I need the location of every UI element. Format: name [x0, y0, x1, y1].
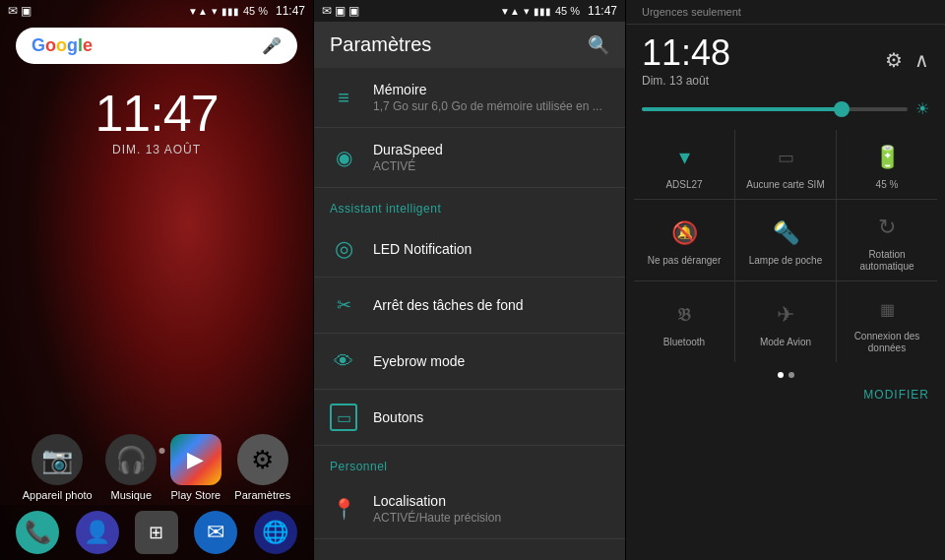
- mic-icon[interactable]: 🎤: [262, 36, 282, 55]
- qs-tile-wifi[interactable]: ▾ ADSL27: [634, 130, 734, 199]
- messages-nav[interactable]: ✉: [194, 511, 237, 554]
- app-dock: 📷 Appareil photo 🎧 Musique ▶ Play Store …: [0, 434, 313, 501]
- battery-icon-s: ▮▮▮: [534, 6, 551, 17]
- background-icon: ✂: [330, 291, 357, 319]
- chevron-up-icon[interactable]: ∧: [914, 48, 929, 72]
- duraspeed-title: DuraSpeed: [373, 142, 609, 157]
- led-text: LED Notification: [373, 241, 609, 257]
- eyebrow-text: Eyebrow mode: [373, 353, 609, 369]
- camera-app[interactable]: 📷 Appareil photo: [23, 434, 93, 501]
- apps-nav[interactable]: ⊞: [135, 511, 178, 554]
- brightness-track[interactable]: [642, 107, 908, 111]
- battery-qs-label: 45 %: [876, 179, 899, 191]
- brightness-fill: [642, 107, 842, 111]
- music-app[interactable]: 🎧 Musique: [105, 434, 157, 501]
- qs-tile-battery[interactable]: 🔋 45 %: [837, 130, 937, 199]
- settings-label: Paramètres: [234, 489, 290, 501]
- phone-nav[interactable]: 📞: [16, 511, 59, 554]
- led-title: LED Notification: [373, 241, 609, 257]
- modifier-button[interactable]: MODIFIER: [863, 388, 929, 402]
- battery-icon-home: ▮▮▮: [221, 6, 239, 17]
- home-screen: ✉ ▣ ▼▲ ▾ ▮▮▮ 45 % 11:47 Google 🎤 11:47 D…: [0, 0, 313, 560]
- signal-icon-s: ▼▲: [500, 6, 520, 17]
- bluetooth-qs-label: Bluetooth: [663, 337, 705, 348]
- home-status-left-icons: ✉ ▣: [8, 4, 32, 18]
- qs-tile-bluetooth[interactable]: 𝔅 Bluetooth: [634, 281, 734, 362]
- buttons-icon: ▭: [330, 404, 357, 431]
- settings-item-buttons[interactable]: ▭ Boutons: [314, 390, 625, 446]
- google-search-bar[interactable]: Google 🎤: [16, 28, 297, 64]
- section-assistant: Assistant intelligent: [314, 188, 625, 221]
- playstore-app[interactable]: ▶ Play Store: [170, 434, 221, 501]
- memory-icon: ≡: [330, 84, 357, 111]
- clock-time: 11:47: [0, 84, 313, 143]
- brightness-row: ☀: [626, 95, 945, 126]
- qs-grid: ▾ ADSL27 ▭ Aucune carte SIM 🔋 45 % 🔕 Ne …: [634, 130, 937, 362]
- wifi-qs-label: ADSL27: [665, 179, 702, 191]
- email-icon-s: ✉: [322, 4, 332, 18]
- battery-pct-s: 45 %: [555, 5, 580, 17]
- sim-qs-label: Aucune carte SIM: [746, 179, 824, 191]
- wifi-qs-icon: ▾: [668, 142, 700, 173]
- brightness-sun-icon: ☀: [915, 99, 929, 118]
- settings-screen: ✉ ▣ ▣ ▼▲ ▾ ▮▮▮ 45 % 11:47 Paramètres 🔍 ≡…: [313, 0, 626, 560]
- camera-label: Appareil photo: [23, 489, 93, 501]
- settings-header: Paramètres 🔍: [314, 22, 625, 68]
- settings-item-led[interactable]: ◎ LED Notification: [314, 221, 625, 278]
- airplane-qs-icon: ✈: [770, 299, 801, 331]
- music-label: Musique: [110, 489, 152, 501]
- email-icon: ✉: [8, 4, 18, 18]
- wifi-icon-s: ▾: [524, 5, 530, 18]
- battery-pct-home: 45 %: [243, 5, 268, 17]
- quick-time: 11:48: [642, 32, 730, 74]
- dnd-qs-icon: 🔕: [668, 218, 700, 249]
- torch-qs-label: Lampe de poche: [749, 255, 823, 267]
- quick-time-block: 11:48 Dim. 13 août: [642, 32, 730, 88]
- clock-date: DIM. 13 AOÛT: [0, 143, 313, 156]
- urgences-bar: Urgences seulement: [626, 0, 945, 25]
- settings-list: ≡ Mémoire 1,7 Go sur 6,0 Go de mémoire u…: [314, 68, 625, 560]
- brightness-knob: [834, 101, 850, 117]
- qs-tile-data[interactable]: ▦ Connexion des données: [837, 281, 937, 362]
- memory-title: Mémoire: [373, 82, 609, 97]
- duraspeed-icon: ◉: [330, 144, 357, 171]
- settings-item-background[interactable]: ✂ Arrêt des tâches de fond: [314, 278, 625, 334]
- location-text: Localisation ACTIVÉ/Haute précision: [373, 493, 609, 525]
- buttons-text: Boutons: [373, 409, 609, 425]
- memory-sub: 1,7 Go sur 6,0 Go de mémoire utilisée en…: [373, 99, 609, 113]
- qs-tile-sim[interactable]: ▭ Aucune carte SIM: [735, 130, 836, 199]
- settings-item-location[interactable]: 📍 Localisation ACTIVÉ/Haute précision: [314, 479, 625, 539]
- torch-qs-icon: 🔦: [770, 218, 801, 249]
- quick-settings-screen: Urgences seulement 11:48 Dim. 13 août ⚙ …: [626, 0, 945, 560]
- settings-item-eyebrow[interactable]: 👁 Eyebrow mode: [314, 334, 625, 390]
- settings-app[interactable]: ⚙ Paramètres: [234, 434, 290, 501]
- wifi-icon-home: ▾: [212, 5, 218, 18]
- buttons-title: Boutons: [373, 409, 609, 425]
- search-settings-icon[interactable]: 🔍: [588, 34, 609, 56]
- background-title: Arrêt des tâches de fond: [373, 297, 609, 313]
- qs-tile-dnd[interactable]: 🔕 Ne pas déranger: [634, 200, 734, 280]
- google-logo: Google: [32, 35, 93, 56]
- data-qs-icon: ▦: [871, 293, 903, 325]
- led-icon: ◎: [330, 235, 357, 263]
- duraspeed-text: DuraSpeed ACTIVÉ: [373, 142, 609, 173]
- gear-quick-icon[interactable]: ⚙: [885, 48, 903, 72]
- qs-tile-airplane[interactable]: ✈ Mode Avion: [735, 281, 836, 362]
- location-sub: ACTIVÉ/Haute précision: [373, 511, 609, 525]
- browser-nav[interactable]: 🌐: [254, 511, 297, 554]
- qs-tile-rotate[interactable]: ↻ Rotation automatique: [837, 200, 937, 280]
- playstore-label: Play Store: [170, 489, 220, 501]
- location-icon: 📍: [330, 495, 357, 523]
- settings-item-duraspeed[interactable]: ◉ DuraSpeed ACTIVÉ: [314, 128, 625, 188]
- qs-tile-torch[interactable]: 🔦 Lampe de poche: [735, 200, 836, 280]
- bluetooth-qs-icon: 𝔅: [668, 299, 700, 331]
- time-s: 11:47: [588, 4, 617, 18]
- qs-modifier-row: MODIFIER: [626, 384, 945, 405]
- bottom-nav: 📞 👤 ⊞ ✉ 🌐: [0, 505, 313, 560]
- settings-status-left: ✉ ▣ ▣: [322, 4, 359, 18]
- contacts-nav[interactable]: 👤: [76, 511, 119, 554]
- section-personnel: Personnel: [314, 446, 625, 479]
- settings-status-bar: ✉ ▣ ▣ ▼▲ ▾ ▮▮▮ 45 % 11:47: [314, 0, 625, 22]
- notif2-icon-s: ▣: [348, 4, 359, 18]
- settings-item-memory[interactable]: ≡ Mémoire 1,7 Go sur 6,0 Go de mémoire u…: [314, 68, 625, 128]
